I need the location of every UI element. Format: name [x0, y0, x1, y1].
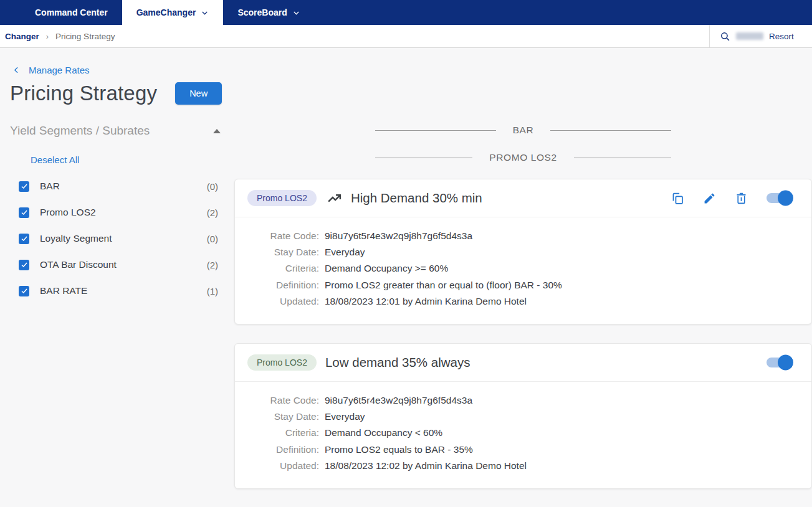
check-icon	[21, 287, 28, 295]
field-label: Stay Date:	[235, 409, 319, 425]
breadcrumb-bar: Changer › Pricing Strategy Resort	[0, 25, 812, 48]
tab-gamechanger[interactable]: GameChanger	[122, 0, 224, 25]
segment-count: (0)	[207, 181, 218, 192]
field-label: Updated:	[235, 293, 319, 310]
segment-count: (2)	[207, 207, 218, 218]
field-value: Promo LOS2 greater than or equal to (flo…	[325, 277, 562, 293]
property-name-suffix: Resort	[769, 32, 794, 41]
field-label: Rate Code:	[235, 392, 319, 409]
back-to-manage-rates-link[interactable]: Manage Rates	[12, 65, 90, 75]
rule-card-header: Promo LOS2 Low demand 35% always	[235, 344, 811, 382]
rule-enabled-toggle[interactable]	[767, 358, 791, 367]
copy-icon	[671, 192, 684, 205]
property-search[interactable]: Resort	[709, 25, 812, 47]
field-value: Demand Occupancy >= 60%	[325, 260, 448, 277]
segment-item-ota-bar-discount[interactable]: OTA Bar Discount (2)	[10, 252, 234, 278]
field-criteria: Criteria: Demand Occupancy < 60%	[235, 425, 799, 441]
collapse-caret-icon[interactable]	[213, 129, 221, 133]
breadcrumb-current: Pricing Strategy	[55, 32, 115, 41]
group-headers: BAR PROMO LOS2	[375, 124, 671, 164]
field-criteria: Criteria: Demand Occupancy >= 60%	[235, 260, 799, 277]
edit-button[interactable]	[703, 192, 716, 205]
segment-label: BAR	[40, 181, 207, 192]
top-nav: Command Center GameChanger ScoreBoard	[0, 0, 812, 25]
tab-command-center-label: Command Center	[35, 7, 108, 17]
field-value: Everyday	[325, 244, 365, 260]
rule-card-high-demand: Promo LOS2 High Demand 30% min	[234, 179, 812, 325]
field-rate-code: Rate Code: 9i8u7y6t5r4e3w2q9j8h7g6f5d4s3…	[235, 392, 799, 409]
field-label: Criteria:	[235, 425, 319, 441]
group-header-label: PROMO LOS2	[489, 152, 557, 163]
segment-label: OTA Bar Discount	[40, 259, 207, 270]
tab-command-center[interactable]: Command Center	[21, 0, 122, 25]
chevron-left-icon	[12, 66, 21, 74]
segment-item-bar[interactable]: BAR (0)	[10, 173, 234, 199]
field-stay-date: Stay Date: Everyday	[235, 409, 799, 425]
field-updated: Updated: 18/08/2023 12:02 by Admin Karin…	[235, 458, 799, 474]
pricing-rules-panel: BAR PROMO LOS2 Promo LOS2 High Demand 30…	[234, 120, 812, 507]
pencil-icon	[703, 192, 716, 205]
segment-item-loyalty-segment[interactable]: Loyalty Segment (0)	[10, 225, 234, 252]
toggle-knob	[778, 191, 793, 206]
group-header-bar: BAR	[375, 124, 671, 136]
breadcrumb: Changer › Pricing Strategy	[5, 32, 115, 41]
field-label: Definition:	[235, 277, 319, 293]
toggle-knob	[778, 355, 793, 371]
checkbox-checked[interactable]	[19, 234, 29, 244]
rule-badge: Promo LOS2	[247, 190, 317, 206]
field-value: Demand Occupancy < 60%	[325, 425, 442, 441]
redacted-property-name	[736, 32, 763, 40]
field-rate-code: Rate Code: 9i8u7y6t5r4e3w2q9j8h7g6f5d4s3…	[235, 228, 799, 244]
rule-card-low-demand: Promo LOS2 Low demand 35% always Rate Co…	[234, 343, 812, 489]
checkbox-checked[interactable]	[19, 207, 29, 218]
delete-button[interactable]	[735, 192, 748, 205]
field-value: 9i8u7y6t5r4e3w2q9j8h7g6f5d4s3a	[325, 228, 472, 244]
back-link-label: Manage Rates	[29, 65, 90, 75]
field-stay-date: Stay Date: Everyday	[235, 244, 799, 260]
checkbox-checked[interactable]	[19, 286, 29, 296]
rule-badge: Promo LOS2	[247, 354, 317, 371]
new-button[interactable]: New	[175, 82, 222, 105]
page-title: Pricing Strategy	[10, 82, 157, 105]
rule-actions	[671, 192, 799, 205]
divider-line	[375, 158, 472, 158]
segment-item-promo-los2[interactable]: Promo LOS2 (2)	[10, 199, 234, 225]
divider-line	[574, 158, 671, 158]
segment-label: Promo LOS2	[40, 207, 207, 218]
field-value: Everyday	[325, 409, 365, 425]
chevron-down-icon	[201, 9, 209, 17]
rule-details: Rate Code: 9i8u7y6t5r4e3w2q9j8h7g6f5d4s3…	[235, 382, 811, 488]
segment-count: (1)	[207, 286, 218, 296]
check-icon	[21, 235, 28, 242]
rule-title: Low demand 35% always	[325, 355, 470, 370]
segment-item-bar-rate[interactable]: BAR RATE (1)	[10, 278, 234, 304]
group-header-label: BAR	[513, 125, 534, 136]
field-value: 9i8u7y6t5r4e3w2q9j8h7g6f5d4s3a	[325, 392, 472, 409]
segment-count: (2)	[207, 260, 218, 270]
checkbox-checked[interactable]	[19, 181, 29, 192]
field-definition: Definition: Promo LOS2 equals to BAR - 3…	[235, 442, 799, 458]
field-definition: Definition: Promo LOS2 greater than or e…	[235, 277, 799, 293]
rule-enabled-toggle[interactable]	[767, 193, 791, 203]
yield-segments-panel: Yield Segments / Subrates Deselect All B…	[10, 120, 234, 304]
field-updated: Updated: 18/08/2023 12:01 by Admin Karin…	[235, 293, 799, 310]
page-content: Manage Rates Pricing Strategy New Yield …	[0, 48, 812, 507]
field-value: Promo LOS2 equals to BAR - 35%	[325, 442, 473, 458]
tab-scoreboard[interactable]: ScoreBoard	[223, 0, 314, 25]
check-icon	[21, 261, 28, 268]
title-row: Pricing Strategy New	[10, 82, 812, 105]
field-label: Stay Date:	[235, 244, 319, 260]
field-label: Definition:	[235, 442, 319, 458]
checkbox-checked[interactable]	[19, 260, 29, 270]
segment-label: BAR RATE	[40, 285, 207, 296]
check-icon	[21, 209, 28, 216]
check-icon	[21, 182, 28, 190]
field-value: 18/08/2023 12:02 by Admin Karina Demo Ho…	[325, 458, 527, 474]
breadcrumb-root[interactable]: Changer	[5, 32, 39, 41]
deselect-all-link[interactable]: Deselect All	[31, 154, 79, 165]
segment-list: BAR (0) Promo LOS2 (2) Loyalty Segment (…	[10, 173, 234, 304]
rule-actions	[767, 358, 799, 367]
field-label: Rate Code:	[235, 228, 319, 244]
trending-up-icon	[327, 191, 342, 206]
copy-button[interactable]	[671, 192, 684, 205]
